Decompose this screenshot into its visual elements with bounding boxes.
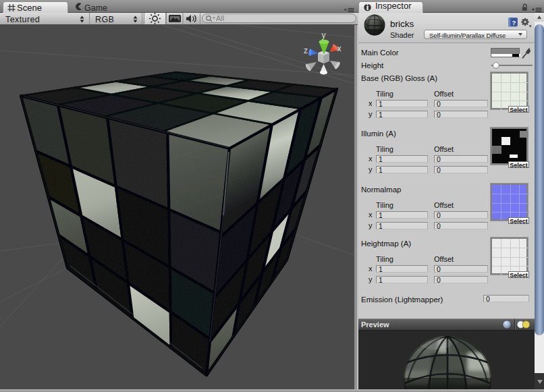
svg-text:x: x	[337, 44, 342, 53]
svg-text:?: ?	[512, 19, 516, 26]
svg-text:z: z	[304, 46, 308, 55]
svg-text:y: y	[322, 30, 326, 40]
